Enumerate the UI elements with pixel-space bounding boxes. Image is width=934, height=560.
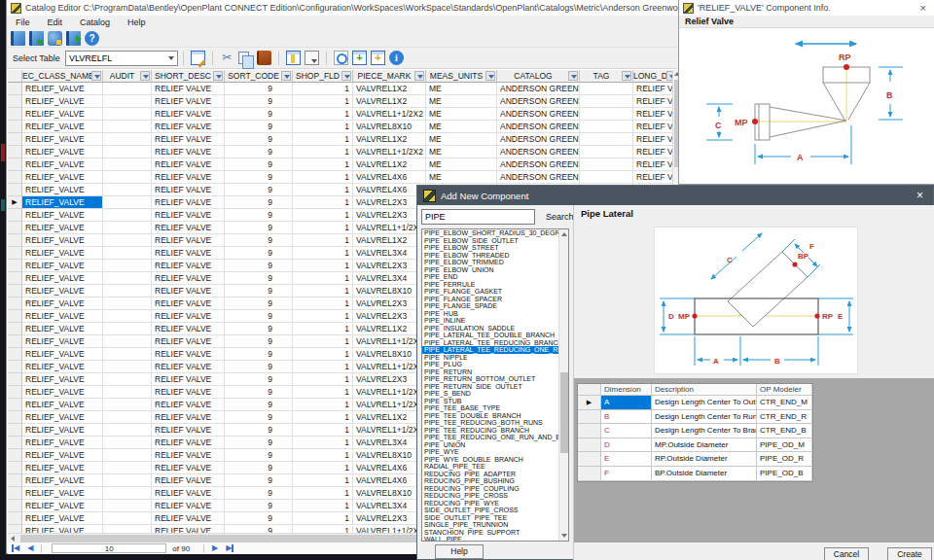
grid-cell[interactable]: 1 [293,474,353,487]
grid-cell[interactable]: 9 [225,285,293,298]
grid-cell[interactable]: RELIEF_VALVE [22,512,103,525]
grid-cell[interactable] [580,158,633,171]
table-row[interactable]: RELIEF_VALVERELIEF VALVE91VALVREL1X2MEAN… [8,133,679,146]
grid-cell[interactable] [103,386,152,399]
grid-cell[interactable]: RP.Outside Diameter [652,452,757,467]
grid-cell[interactable]: 9 [225,171,293,184]
column-header-ec_class_name[interactable]: EC_CLASS_NAME [22,70,103,83]
row-header[interactable] [8,247,22,260]
first-record-button[interactable]: ◀ [8,543,23,553]
column-filter-icon[interactable] [91,71,101,81]
grid-cell[interactable]: 1 [293,449,353,462]
grid-cell[interactable]: ME [426,133,497,146]
grid-cell[interactable]: ME [426,95,497,108]
grid-cell[interactable]: 9 [225,335,293,348]
grid-cell[interactable]: RELIEF VALVE [152,525,225,533]
grid-cell[interactable] [103,247,152,260]
grid-cell[interactable]: VALVREL2X3 [353,310,426,323]
grid-cell[interactable]: RELIEF VALVE [152,158,225,171]
grid-cell[interactable]: ME [426,108,497,121]
list-item[interactable]: STANCHION_PIPE_SUPPORT [422,529,568,537]
grid-cell[interactable]: RELIEF VALVE [152,133,225,146]
grid-cell[interactable]: VALVREL1X2 [353,133,426,146]
grid-cell[interactable]: CTR_END_B [757,424,812,438]
list-item[interactable]: PIPE_WYE_DOUBLE_BRANCH [422,456,568,464]
grid-cell[interactable]: RELIEF VALVE [152,184,225,196]
row-header[interactable] [8,171,22,184]
row-header[interactable] [8,323,22,335]
close-icon[interactable]: × [916,3,930,14]
select-table-combo[interactable]: VLVRELFL [65,51,178,66]
open-catalog-icon[interactable] [29,31,44,46]
list-item[interactable]: PIPE_FLANGE_GASKET [422,288,568,296]
grid-cell[interactable] [580,133,633,146]
grid-cell[interactable]: VALVREL4X6 [353,462,426,474]
grid-cell[interactable]: 9 [225,474,293,487]
grid-cell[interactable]: 1 [293,260,353,272]
list-item[interactable]: PIPE_INSULATION_SADDLE [422,325,568,332]
grid-cell[interactable]: CTR_END_R [757,410,812,425]
list-item[interactable]: REDUCING_PIPE_COUPLING [422,485,568,493]
grid-cell[interactable]: CTR_END_M [757,396,812,410]
grid-cell[interactable]: 9 [225,348,293,361]
copy-icon[interactable] [238,52,249,64]
grid-cell[interactable]: RELIEF VALVE [152,335,225,348]
grid-cell[interactable]: 1 [293,310,353,323]
grid-cell[interactable]: RELIEF VALVE [152,272,225,285]
grid-cell[interactable]: RELIEF_VALVE [22,171,103,184]
grid-cell[interactable]: RELIEF VALVE [152,171,225,184]
grid-cell[interactable]: RELIEF VALVE [152,500,225,512]
grid-cell[interactable]: BP.Outside Diameter [652,467,757,481]
grid-cell[interactable]: RELIEF VALVE [152,83,225,95]
grid-cell[interactable]: Design Length Center To Branch End [652,424,757,438]
table-row[interactable]: RELIEF_VALVERELIEF VALVE91VALVREL1X2MEAN… [8,95,679,108]
grid-cell[interactable]: RELIEF_VALVE [22,247,103,260]
grid-cell[interactable]: 1 [293,234,353,247]
filter-form-icon[interactable] [305,51,319,65]
grid-cell[interactable]: VALVREL8X10 [353,487,426,500]
grid-cell[interactable]: 1 [293,133,353,146]
grid-cell[interactable]: VALVREL3X4 [353,247,426,260]
grid-cell[interactable]: VALVREL2X3 [353,512,426,525]
column-header-sort_code[interactable]: SORT_CODE [225,70,293,83]
grid-cell[interactable]: 1 [293,108,353,121]
grid-cell[interactable]: VALVREL3X4 [353,500,426,512]
grid-cell[interactable]: ME [426,121,497,133]
grid-cell[interactable]: RELIEF VALVE [152,247,225,260]
create-button[interactable]: Create [887,547,932,560]
grid-cell[interactable]: VALVREL1+1/2X3 [353,424,426,437]
row-header[interactable] [8,222,22,234]
column-header-audit[interactable]: AUDIT [103,70,152,83]
list-item[interactable]: PIPE_WYE [422,448,568,456]
grid-cell[interactable]: RELIEF_VALVE [22,260,103,272]
grid-cell[interactable]: RELIEF_VALVE [22,487,103,500]
grid-cell[interactable]: RELIEF_VALVE [22,133,103,146]
row-header[interactable] [578,467,601,481]
grid-cell[interactable]: 1 [293,348,353,361]
grid-cell[interactable]: 1 [293,462,353,474]
grid-cell[interactable] [103,260,152,272]
row-header[interactable] [8,83,22,95]
help-button[interactable]: Help [435,544,484,559]
grid-cell[interactable]: 1 [293,121,353,133]
row-header[interactable] [8,335,22,348]
list-item[interactable]: PIPE_TEE_DOUBLE_BRANCH [422,412,568,420]
row-header[interactable] [8,158,22,171]
list-item[interactable]: PIPE_TEE_REDUCING_ONE_RUN_AND_BRAN [422,434,568,441]
grid-cell[interactable]: 1 [293,171,353,184]
grid-cell[interactable]: RELIEF VALVE [152,285,225,298]
grid-cell[interactable]: VALVREL4X6 [353,474,426,487]
column-filter-icon[interactable] [414,71,424,81]
grid-cell[interactable]: RELIEF VALVE [152,95,225,108]
grid-cell[interactable]: RELIEF_VALVE [22,298,103,310]
list-item[interactable]: PIPE_LATERAL_TEE_REDUCING_ONE_RUN_A [422,346,568,354]
column-header-short_desc[interactable]: SHORT_DESC [152,70,225,83]
last-record-button[interactable]: ▶ [222,543,237,553]
grid-cell[interactable]: RELIEF VALVE [152,310,225,323]
grid-cell[interactable] [103,234,152,247]
row-header[interactable] [578,424,601,438]
grid-cell[interactable] [580,95,633,108]
grid-cell[interactable] [103,209,152,222]
grid-cell[interactable]: VALVREL8X10 [353,285,426,298]
grid-cell[interactable] [103,437,152,449]
